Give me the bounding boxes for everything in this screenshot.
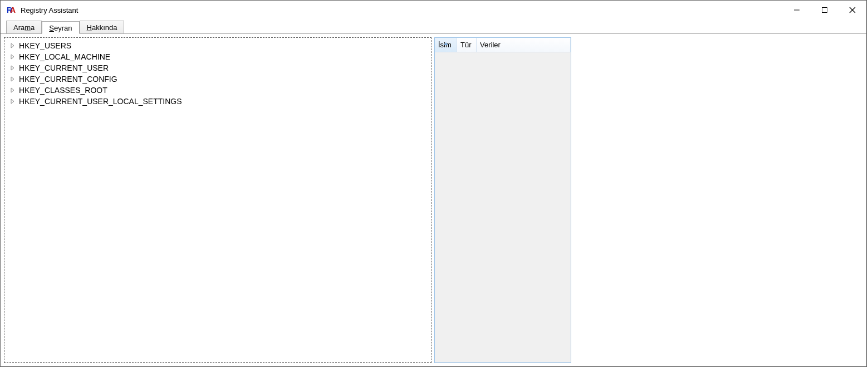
tree-item[interactable]: HKEY_CURRENT_USER: [6, 62, 430, 73]
client-area: HKEY_USERS HKEY_LOCAL_MACHINE HKEY_CURRE…: [1, 33, 866, 366]
svg-line-3: [850, 7, 855, 13]
tree-item[interactable]: HKEY_CLASSES_ROOT: [6, 85, 430, 96]
tab-arama[interactable]: Arama: [6, 21, 42, 33]
window-controls: [783, 1, 866, 19]
registry-tree[interactable]: HKEY_USERS HKEY_LOCAL_MACHINE HKEY_CURRE…: [4, 37, 431, 363]
window-title: Registry Assistant: [21, 6, 78, 14]
titlebar[interactable]: RA Registry Assistant: [1, 1, 866, 19]
expand-collapse-icon[interactable]: [9, 64, 17, 72]
column-header-type[interactable]: Tür: [457, 38, 477, 52]
maximize-button[interactable]: [811, 1, 838, 19]
list-body[interactable]: [435, 52, 571, 362]
app-window: RA Registry Assistant Arama Seyran Hakkı…: [0, 0, 867, 367]
tree-item-label: HKEY_CURRENT_USER_LOCAL_SETTINGS: [19, 97, 182, 106]
svg-line-2: [850, 7, 855, 13]
tree-item-label: HKEY_LOCAL_MACHINE: [19, 52, 110, 61]
blank-area: [571, 37, 863, 363]
tree-item[interactable]: HKEY_LOCAL_MACHINE: [6, 51, 430, 62]
tabstrip: Arama Seyran Hakkında: [1, 19, 866, 33]
value-list[interactable]: İsim Tür Veriler: [434, 37, 571, 363]
tab-seyran[interactable]: Seyran: [42, 21, 79, 34]
tab-hakkinda[interactable]: Hakkında: [80, 21, 125, 33]
close-button[interactable]: [838, 1, 866, 19]
expand-collapse-icon[interactable]: [9, 42, 17, 50]
svg-rect-1: [822, 8, 827, 13]
tree-item-label: HKEY_CLASSES_ROOT: [19, 86, 107, 95]
minimize-button[interactable]: [783, 1, 811, 19]
column-header-name[interactable]: İsim: [435, 38, 457, 52]
list-header: İsim Tür Veriler: [435, 38, 571, 52]
tree-item-label: HKEY_CURRENT_USER: [19, 63, 109, 72]
tree-item[interactable]: HKEY_CURRENT_CONFIG: [6, 73, 430, 85]
expand-collapse-icon[interactable]: [9, 86, 17, 94]
tree-item[interactable]: HKEY_USERS: [6, 40, 430, 51]
app-icon: RA: [6, 5, 16, 15]
expand-collapse-icon[interactable]: [9, 75, 17, 83]
expand-collapse-icon[interactable]: [9, 97, 17, 105]
tree-item-label: HKEY_USERS: [19, 41, 71, 50]
column-header-data[interactable]: Veriler: [477, 38, 571, 52]
tree-item-label: HKEY_CURRENT_CONFIG: [19, 75, 117, 84]
tree-item[interactable]: HKEY_CURRENT_USER_LOCAL_SETTINGS: [6, 96, 430, 107]
expand-collapse-icon[interactable]: [9, 53, 17, 61]
sort-ascending-icon: [444, 38, 448, 47]
